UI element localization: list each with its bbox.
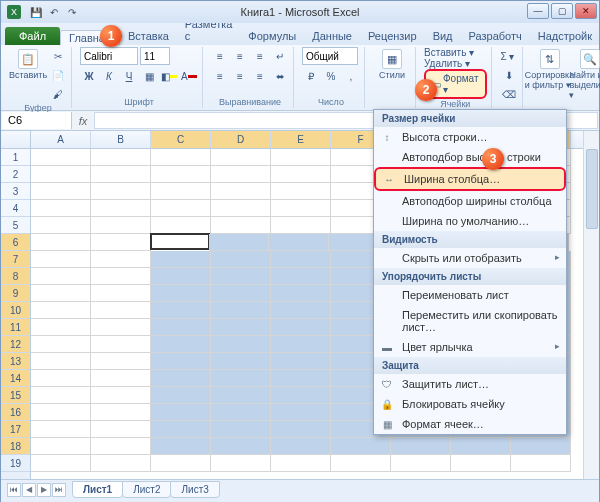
cell[interactable] (151, 404, 211, 421)
cell[interactable] (271, 183, 331, 200)
cells-insert-button[interactable]: Вставить ▾ (424, 47, 474, 58)
autosum-button[interactable]: Σ ▾ (500, 47, 516, 65)
row-header[interactable]: 7 (1, 251, 30, 268)
sheet-tab[interactable]: Лист2 (122, 481, 171, 498)
row-header[interactable]: 4 (1, 200, 30, 217)
menu-hide-show[interactable]: Скрыть или отобразить (374, 248, 566, 268)
cell[interactable] (211, 251, 271, 268)
cell[interactable] (31, 285, 91, 302)
menu-tab-color[interactable]: ▬Цвет ярлычка (374, 337, 566, 357)
cell[interactable] (211, 438, 271, 455)
cell[interactable] (151, 268, 211, 285)
menu-autofit-row[interactable]: Автоподбор высоты строки (374, 147, 566, 167)
sheet-nav-next[interactable]: ▶ (37, 483, 51, 497)
cell[interactable] (391, 455, 451, 472)
cell[interactable] (211, 149, 271, 166)
menu-row-height[interactable]: ↕Высота строки… (374, 127, 566, 147)
cell[interactable] (209, 234, 269, 251)
align-right-button[interactable]: ≡ (251, 67, 269, 85)
col-header[interactable]: A (31, 131, 91, 148)
cell[interactable] (31, 319, 91, 336)
tab-view[interactable]: Вид (425, 27, 461, 45)
italic-button[interactable]: К (100, 67, 118, 85)
row-header[interactable]: 17 (1, 421, 30, 438)
cell[interactable] (91, 370, 151, 387)
cell[interactable] (151, 217, 211, 234)
cell[interactable] (31, 183, 91, 200)
cell[interactable] (31, 166, 91, 183)
format-painter-icon[interactable]: 🖌 (49, 85, 67, 103)
font-name-input[interactable]: Calibri (80, 47, 138, 65)
menu-protect-sheet[interactable]: 🛡Защитить лист… (374, 374, 566, 394)
cell[interactable] (211, 336, 271, 353)
cell[interactable] (271, 336, 331, 353)
row-header[interactable]: 10 (1, 302, 30, 319)
cell[interactable] (271, 438, 331, 455)
menu-rename-sheet[interactable]: Переименовать лист (374, 285, 566, 305)
file-tab[interactable]: Файл (5, 27, 60, 45)
cell[interactable] (271, 387, 331, 404)
align-mid-button[interactable]: ≡ (231, 47, 249, 65)
row-header[interactable]: 3 (1, 183, 30, 200)
cell[interactable] (271, 268, 331, 285)
cell[interactable] (31, 336, 91, 353)
paste-button[interactable]: 📋Вставить (9, 47, 47, 82)
vertical-scrollbar[interactable] (583, 131, 599, 479)
cell[interactable] (151, 319, 211, 336)
cell[interactable] (91, 251, 151, 268)
col-header[interactable]: B (91, 131, 151, 148)
cell[interactable] (31, 455, 91, 472)
align-center-button[interactable]: ≡ (231, 67, 249, 85)
cell[interactable] (391, 438, 451, 455)
cell[interactable] (91, 183, 151, 200)
cell[interactable] (91, 336, 151, 353)
cell[interactable] (91, 387, 151, 404)
row-header[interactable]: 18 (1, 438, 30, 455)
cell[interactable] (151, 251, 211, 268)
minimize-button[interactable]: — (527, 3, 549, 19)
sheet-nav-last[interactable]: ⏭ (52, 483, 66, 497)
cell[interactable] (211, 319, 271, 336)
row-header[interactable]: 8 (1, 268, 30, 285)
align-top-button[interactable]: ≡ (211, 47, 229, 65)
fx-icon[interactable]: fx (73, 111, 93, 130)
comma-button[interactable]: , (342, 67, 360, 85)
cell[interactable] (211, 268, 271, 285)
cell[interactable] (91, 353, 151, 370)
fill-button[interactable]: ⬇ (500, 66, 518, 84)
cell[interactable] (151, 166, 211, 183)
cell[interactable] (151, 200, 211, 217)
cell[interactable] (151, 336, 211, 353)
menu-format-cells[interactable]: ▦Формат ячеек… (374, 414, 566, 434)
col-header[interactable]: D (211, 131, 271, 148)
currency-button[interactable]: ₽ (302, 67, 320, 85)
cell[interactable] (31, 268, 91, 285)
wrap-button[interactable]: ↵ (271, 47, 289, 65)
cell[interactable] (211, 166, 271, 183)
border-button[interactable]: ▦ (140, 67, 158, 85)
cell[interactable] (91, 302, 151, 319)
tab-insert[interactable]: Вставка (120, 27, 177, 45)
cell[interactable] (151, 421, 211, 438)
cell[interactable] (451, 438, 511, 455)
cell[interactable] (151, 285, 211, 302)
menu-default-width[interactable]: Ширина по умолчанию… (374, 211, 566, 231)
tab-review[interactable]: Рецензир (360, 27, 425, 45)
cell[interactable] (151, 302, 211, 319)
cell[interactable] (91, 404, 151, 421)
cell[interactable] (211, 302, 271, 319)
name-box[interactable]: C6 (2, 112, 72, 129)
tab-formulas[interactable]: Формулы (240, 27, 304, 45)
cell[interactable] (151, 455, 211, 472)
cell[interactable] (91, 166, 151, 183)
cell[interactable] (151, 149, 211, 166)
cell[interactable] (151, 370, 211, 387)
cell[interactable] (91, 455, 151, 472)
cell[interactable] (331, 455, 391, 472)
align-left-button[interactable]: ≡ (211, 67, 229, 85)
row-header[interactable]: 9 (1, 285, 30, 302)
cell[interactable] (31, 149, 91, 166)
cell[interactable] (31, 353, 91, 370)
row-header[interactable]: 1 (1, 149, 30, 166)
cell[interactable] (271, 404, 331, 421)
